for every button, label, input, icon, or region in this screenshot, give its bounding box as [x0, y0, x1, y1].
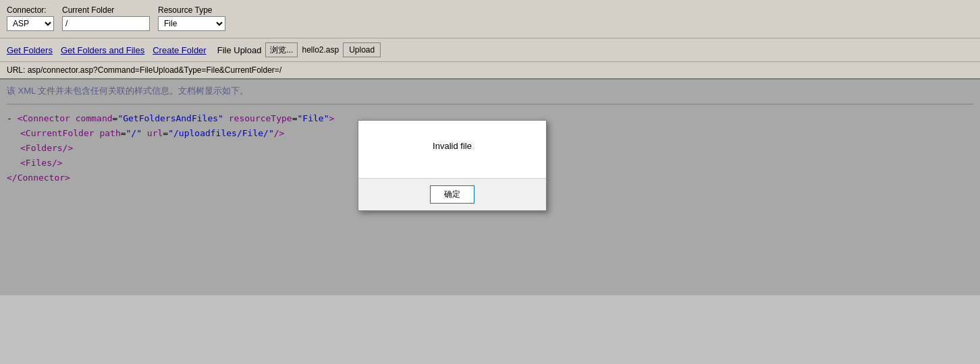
file-upload-label: File Upload [217, 45, 262, 55]
action-bar: Get Folders Get Folders and Files Create… [0, 38, 980, 62]
content-area: 该 XML 文件并未包含任何关联的样式信息。文档树显示如下。 - <Connec… [0, 80, 980, 295]
xml-command-attr: command [76, 113, 113, 123]
current-folder-label: Current Folder [62, 5, 150, 15]
modal-ok-button[interactable]: 确定 [430, 185, 474, 204]
get-folders-link[interactable]: Get Folders [7, 45, 53, 55]
connector-group: Connector: ASP [7, 5, 54, 31]
xml-connector-close: </Connector> [7, 173, 70, 183]
upload-button[interactable]: Upload [343, 42, 381, 57]
top-bar: Connector: ASP Current Folder Resource T… [0, 0, 980, 38]
xml-resource-attr: resourceType [223, 113, 292, 123]
modal-footer: 确定 [358, 178, 546, 210]
file-name-display: hello2.asp [302, 45, 339, 55]
xml-files-tag: <Files/> [20, 158, 63, 168]
file-upload-section: File Upload 浏览... hello2.asp Upload [217, 42, 381, 57]
xml-connector-open: <Connector [18, 113, 76, 123]
xml-notice: 该 XML 文件并未包含任何关联的样式信息。文档树显示如下。 [7, 85, 973, 97]
browse-button[interactable]: 浏览... [265, 42, 298, 57]
xml-path-val: "/" [126, 128, 142, 138]
connector-label: Connector: [7, 5, 54, 15]
resource-type-group: Resource Type File [158, 5, 225, 31]
xml-currentfolder-tag: <CurrentFolder [20, 128, 99, 138]
current-folder-input[interactable] [62, 16, 150, 31]
xml-url-val: "/uploadfiles/File/" [168, 128, 274, 138]
xml-folders-tag: <Folders/> [20, 143, 73, 153]
resource-type-label: Resource Type [158, 5, 225, 15]
url-bar: URL: asp/connector.asp?Command=FileUploa… [0, 62, 980, 80]
resource-type-select[interactable]: File [158, 16, 225, 31]
xml-url-attr: url [142, 128, 163, 138]
xml-divider [7, 104, 973, 104]
url-text: URL: asp/connector.asp?Command=FileUploa… [7, 65, 281, 75]
modal-body: Invalid file [358, 121, 546, 178]
current-folder-group: Current Folder [62, 5, 150, 31]
xml-path-attr: path [99, 128, 120, 138]
xml-resource-val: "File" [298, 113, 329, 123]
create-folder-link[interactable]: Create Folder [153, 45, 206, 55]
xml-command-val: "GetFoldersAndFiles" [117, 113, 223, 123]
modal-message: Invalid file [372, 141, 533, 151]
get-folders-files-link[interactable]: Get Folders and Files [61, 45, 144, 55]
modal-dialog: Invalid file 确定 [358, 120, 547, 211]
xml-dash: - [7, 113, 18, 123]
connector-select[interactable]: ASP [7, 16, 54, 31]
